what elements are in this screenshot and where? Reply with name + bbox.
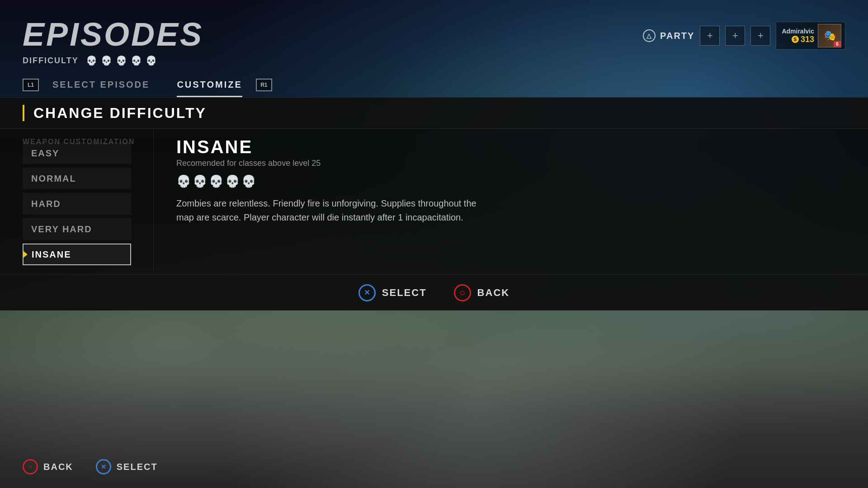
avatar-level: 6 [834, 41, 841, 47]
difficulty-easy[interactable]: EASY [23, 142, 131, 164]
difficulty-list-panel: WEAPON CUSTOMIZATION EASY NORMAL HARD VE… [0, 129, 154, 274]
difficulty-insane[interactable]: INSANE [23, 244, 131, 265]
select-action-label: SELECT [382, 287, 427, 299]
bottom-select-button[interactable]: ✕ SELECT [96, 459, 158, 474]
accent-bar [23, 105, 24, 121]
skull-4-icon: 💀 [131, 55, 142, 66]
add-player-2-button[interactable]: + [725, 26, 745, 46]
difficulty-normal[interactable]: NORMAL [23, 168, 131, 189]
party-button[interactable]: △ PARTY [643, 29, 694, 42]
skull-lg-1-icon: 💀 [176, 174, 191, 188]
add-player-3-button[interactable]: + [750, 26, 770, 46]
o-button-icon [454, 284, 471, 301]
skull-2-icon: 💀 [101, 55, 112, 66]
header-right: △ PARTY + + + Admiralvic S 313 🎭 6 [643, 22, 845, 50]
tab-select-episode[interactable]: SELECT EPISODE [39, 72, 163, 97]
header: EPISODES DIFFICULTY 💀 💀 💀 💀 💀 △ PARTY + … [0, 0, 868, 72]
skull-lg-5-icon: 💀 [241, 174, 256, 188]
back-action-label: BACK [477, 287, 510, 299]
selected-difficulty-name: INSANE [176, 138, 845, 156]
x-button-icon [359, 284, 376, 301]
difficulty-list: EASY NORMAL HARD VERY HARD INSANE [23, 142, 144, 265]
l1-button[interactable]: L1 [23, 79, 39, 91]
difficulty-recommended-text: Recomended for classes above level 25 [176, 159, 845, 168]
user-coins: S 313 [792, 35, 814, 44]
bottom-x-icon: ✕ [96, 459, 111, 474]
avatar: 🎭 6 [818, 24, 841, 47]
back-action-button[interactable]: BACK [454, 284, 510, 301]
add-player-1-button[interactable]: + [700, 26, 720, 46]
difficulty-label: DIFFICULTY [23, 56, 79, 66]
skull-1-icon: 💀 [86, 55, 97, 66]
change-difficulty-bar: CHANGE DIFFICULTY [0, 97, 868, 129]
difficulty-description-panel: INSANE Recomended for classes above leve… [154, 129, 868, 274]
bottom-o-icon: ○ [23, 459, 38, 474]
party-circle-icon: △ [643, 29, 656, 42]
bottom-bar: ○ BACK ✕ SELECT [23, 459, 158, 474]
bottom-back-label: BACK [43, 462, 73, 472]
party-label: PARTY [660, 31, 694, 41]
difficulty-description: Zombies are relentless. Friendly fire is… [176, 197, 484, 225]
difficulty-hard[interactable]: HARD [23, 193, 131, 215]
tab-customize[interactable]: CUSTOMIZE [163, 72, 255, 97]
bottom-back-button[interactable]: ○ BACK [23, 459, 73, 474]
username: Admiralvic [782, 28, 814, 35]
content-wrapper: CHANGE DIFFICULTY WEAPON CUSTOMIZATION E… [0, 97, 868, 310]
selection-triangle-icon [23, 251, 28, 258]
select-action-button[interactable]: SELECT [359, 284, 427, 301]
page-title: EPISODES [23, 18, 203, 51]
coin-icon: S [792, 36, 799, 43]
user-panel: Admiralvic S 313 🎭 6 [776, 22, 845, 50]
change-difficulty-title: CHANGE DIFFICULTY [33, 105, 207, 122]
skull-3-icon: 💀 [116, 55, 127, 66]
difficulty-row: DIFFICULTY 💀 💀 💀 💀 💀 [23, 55, 203, 66]
r1-button[interactable]: R1 [256, 79, 272, 91]
action-bar: SELECT BACK [0, 274, 868, 310]
user-info: Admiralvic S 313 [782, 28, 814, 44]
header-left: EPISODES DIFFICULTY 💀 💀 💀 💀 💀 [23, 18, 203, 66]
bottom-select-label: SELECT [117, 462, 158, 472]
tab-bar: L1 SELECT EPISODE CUSTOMIZE R1 [0, 72, 868, 97]
content-area: WEAPON CUSTOMIZATION EASY NORMAL HARD VE… [0, 129, 868, 274]
difficulty-very-hard[interactable]: VERY HARD [23, 218, 131, 240]
skull-5-icon: 💀 [146, 55, 157, 66]
coin-amount: 313 [801, 35, 814, 44]
skull-lg-3-icon: 💀 [209, 174, 223, 188]
skull-lg-2-icon: 💀 [193, 174, 207, 188]
skull-lg-4-icon: 💀 [225, 174, 240, 188]
difficulty-skulls: 💀 💀 💀 💀 💀 [176, 174, 845, 188]
